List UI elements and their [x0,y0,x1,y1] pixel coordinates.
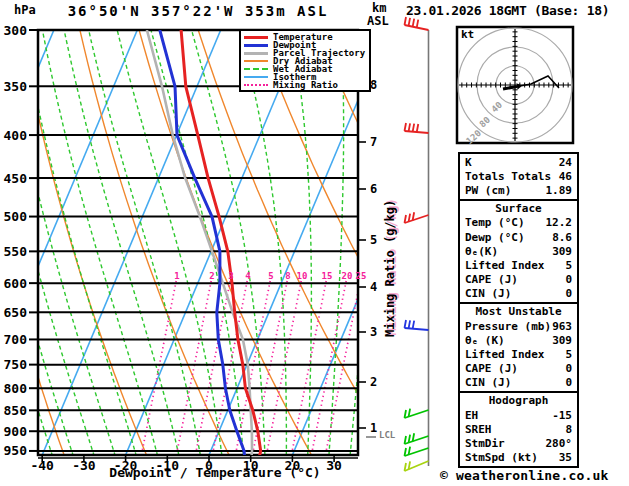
altitude-unit-label-km: km [372,2,386,15]
table-row-value: 8.6 [552,231,572,244]
table-row-value: 0 [565,287,572,300]
table-row: StmDir280° [460,437,577,451]
table-row: Pressure (mb)963 [460,319,577,333]
table-row: StmSpd (kt)35 [460,451,577,465]
table-row-label: θₑ(K) [465,245,552,258]
temperature-tick-label: 10 [231,459,271,472]
table-row: EH-15 [460,408,577,422]
wind-barb-icon [405,447,429,456]
wind-barb-icon [405,461,429,471]
pressure-tick-label: 550 [2,245,27,258]
table-row: CAPE (J)0 [460,273,577,287]
table-row: Dewp (°C)8.6 [460,230,577,244]
pressure-tick-label: 500 [2,210,27,223]
wet-adiabat-line [328,30,344,470]
table-row: Lifted Index5 [460,258,577,272]
mixing-ratio-value-label: 4 [238,272,258,281]
table-row: SREH8 [460,422,577,436]
wet-adiabat-line [391,30,450,470]
pressure-tick-label: 900 [2,425,27,438]
pressure-tick-label: 300 [2,24,27,37]
table-section: HodographEH-15SREH8StmDir280°StmSpd (kt)… [460,391,577,466]
table-section: Most UnstablePressure (mb)963θₑ (K)309Li… [460,302,577,391]
table-row-label: CAPE (J) [465,362,565,375]
mixing-ratio-value-label: 1 [167,272,187,281]
legend-swatch-icon [244,60,268,62]
temperature-tick-label: -10 [147,459,187,472]
km-tick-label: 5 [370,234,377,246]
table-row-label: Totals Totals [465,170,559,183]
datetime-label: 23.01.2026 18GMT (Base: 18) [406,4,609,18]
skewt-sounding-page: hPa 36°50'N 357°22'W 353m ASL km ASL 23.… [0,0,629,486]
km-tick-label: 4 [370,281,377,293]
pressure-tick-label: 600 [2,277,27,290]
table-row-label: Pressure (mb) [465,320,552,333]
wet-adiabat-line [89,30,203,470]
table-row-value: 5 [565,348,572,361]
table-row-label: Dewp (°C) [465,231,552,244]
table-row-value: 0 [565,273,572,286]
table-row-value: 12.2 [546,216,573,229]
pressure-tick-label: 800 [2,382,27,395]
wet-adiabat-line [117,30,224,470]
temperature-tick-label: -40 [22,459,62,472]
legend-swatch-icon [244,52,268,55]
isotherm-line [42,30,221,455]
table-row-value: 0 [565,376,572,389]
table-row: θₑ (K)309 [460,333,577,347]
wind-barb-icon [405,123,429,133]
pressure-tick-label: 450 [2,172,27,185]
wind-barb-icon [405,320,429,330]
pressure-tick-label: 850 [2,404,27,417]
table-row: Totals Totals46 [460,169,577,183]
table-row: PW (cm)1.89 [460,183,577,197]
table-row-value: 309 [552,334,572,347]
mixing-ratio-value-label: 25 [351,272,371,281]
table-row-label: K [465,156,559,169]
pressure-tick-label: 700 [2,333,27,346]
wind-barb-icon [405,17,429,30]
table-row-value: -15 [552,409,572,422]
altitude-unit-label-asl: ASL [367,15,389,28]
table-section: K24Totals Totals46PW (cm)1.89 [460,154,577,199]
pressure-tick-label: 750 [2,358,27,371]
km-tick-label: 2 [370,376,377,388]
temperature-tick-label: 0 [189,459,229,472]
hodograph-unit-label: kt [461,29,474,41]
table-row-value: 280° [546,437,573,450]
table-row-label: StmDir [465,437,546,450]
table-row-value: 1.89 [546,184,573,197]
wind-barb-icon [405,433,429,444]
mixing-ratio-line [142,281,176,453]
table-section-header: Most Unstable [460,305,577,319]
table-row-label: Lifted Index [465,348,565,361]
table-row-label: Temp (°C) [465,216,546,229]
table-row-value: 46 [559,170,572,183]
mixing-ratio-line [196,281,230,453]
table-row: CIN (J)0 [460,287,577,301]
table-section-header: Hodograph [460,394,577,408]
temperature-tick-label: 20 [272,459,312,472]
table-row: Lifted Index5 [460,347,577,361]
pressure-tick-label: 650 [2,306,27,319]
km-tick-label: 6 [370,183,377,195]
mixing-ratio-value-label: 2 [202,272,222,281]
table-row-value: 8 [565,423,572,436]
sounding-curves [147,30,261,461]
mixing-ratio-line [177,281,211,453]
table-section: SurfaceTemp (°C)12.2Dewp (°C)8.6θₑ(K)309… [460,199,577,302]
table-row-label: PW (cm) [465,184,546,197]
pressure-tick-label: 950 [2,444,27,457]
watermark: © weatheronline.co.uk [440,469,609,483]
km-tick-label: 3 [370,326,377,338]
table-row-value: 35 [559,451,572,464]
isotherm-line [209,30,388,455]
wet-adiabat-line [23,30,140,470]
table-row-label: EH [465,409,552,422]
pressure-tick-label: 400 [2,129,27,142]
wind-barb-icon [405,409,429,418]
table-row-label: StmSpd (kt) [465,451,559,464]
legend-swatch-icon [244,68,268,70]
km-tick-label: 7 [370,136,377,148]
table-section-header: Surface [460,202,577,216]
